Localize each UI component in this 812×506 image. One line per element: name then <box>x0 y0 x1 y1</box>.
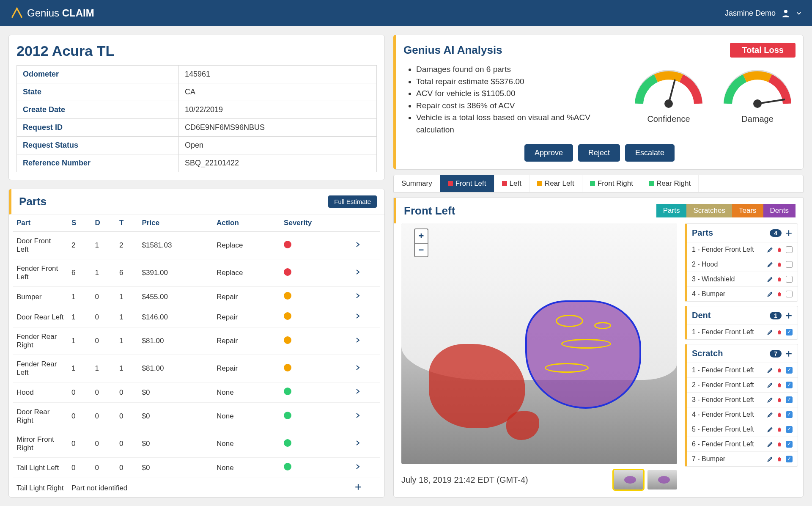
edit-icon[interactable] <box>767 247 773 253</box>
annotation-row: 6 - Fender Front Left <box>687 437 798 451</box>
view-tab[interactable]: Front Right <box>582 175 641 192</box>
view-tab[interactable]: Rear Right <box>641 175 699 192</box>
part-t: 0 <box>116 403 139 430</box>
parts-table: Part S D T Price Action Severity Door Fr… <box>13 214 380 498</box>
plus-icon <box>354 483 362 491</box>
expand-row[interactable] <box>351 327 380 355</box>
edit-icon[interactable] <box>767 441 773 447</box>
analysis-card: Genius AI Analysis Total Loss Damages fo… <box>393 35 804 170</box>
approve-button[interactable]: Approve <box>524 144 573 162</box>
logo-text: Genius CLAIM <box>27 7 94 19</box>
edit-icon[interactable] <box>767 382 773 388</box>
delete-icon[interactable] <box>776 412 782 418</box>
chevron-right-icon <box>354 463 361 470</box>
annotation-label: 4 - Fender Front Left <box>692 411 754 418</box>
plus-icon[interactable] <box>785 350 793 358</box>
tab-label: Rear Left <box>545 179 574 188</box>
delete-icon[interactable] <box>776 456 782 462</box>
edit-icon[interactable] <box>767 367 773 373</box>
visibility-checkbox[interactable] <box>786 291 793 297</box>
thumbnail[interactable] <box>647 470 677 490</box>
annotation-row: 2 - Fender Front Left <box>687 377 798 392</box>
part-name: Bumper <box>13 287 68 307</box>
overlay-tab-parts[interactable]: Parts <box>656 204 687 217</box>
view-tab[interactable]: Rear Left <box>529 175 582 192</box>
visibility-checkbox[interactable] <box>786 456 793 462</box>
escalate-button[interactable]: Escalate <box>625 144 675 162</box>
expand-row[interactable] <box>351 430 380 458</box>
overlay-tab-tears[interactable]: Tears <box>732 204 763 217</box>
delete-icon[interactable] <box>776 329 782 335</box>
analysis-bullet: Repair cost is 386% of ACV <box>416 100 622 112</box>
expand-row[interactable] <box>351 287 380 307</box>
edit-icon[interactable] <box>767 291 773 297</box>
delete-icon[interactable] <box>776 367 782 373</box>
plus-icon[interactable] <box>785 229 793 237</box>
delete-icon[interactable] <box>776 441 782 447</box>
delete-icon[interactable] <box>776 426 782 432</box>
part-d: 1 <box>92 355 116 382</box>
visibility-checkbox[interactable] <box>786 396 793 403</box>
delete-icon[interactable] <box>776 261 782 267</box>
part-name: Tail Light Left <box>13 458 68 478</box>
visibility-checkbox[interactable] <box>786 261 793 268</box>
delete-icon[interactable] <box>776 291 782 297</box>
logo-icon <box>10 6 24 20</box>
part-d: 0 <box>92 307 116 327</box>
expand-row[interactable] <box>351 259 380 287</box>
overlay-tab-dents[interactable]: Dents <box>763 204 796 217</box>
vehicle-title: 2012 Acura TL <box>16 43 377 59</box>
add-part[interactable] <box>351 478 380 498</box>
annotation-row: 5 - Fender Front Left <box>687 422 798 437</box>
damage-overlay-dent <box>525 300 641 409</box>
edit-icon[interactable] <box>767 397 773 403</box>
expand-row[interactable] <box>351 355 380 382</box>
visibility-checkbox[interactable] <box>786 246 793 253</box>
view-tab[interactable]: Left <box>494 175 529 192</box>
user-menu[interactable]: Jasmine Demo <box>725 8 802 18</box>
full-estimate-button[interactable]: Full Estimate <box>328 195 377 208</box>
zoom-out-button[interactable]: − <box>414 243 428 257</box>
user-icon <box>781 8 791 18</box>
expand-row[interactable] <box>351 458 380 478</box>
delete-icon[interactable] <box>776 276 782 282</box>
plus-icon[interactable] <box>785 312 793 319</box>
edit-icon[interactable] <box>767 261 773 267</box>
expand-row[interactable] <box>351 232 380 259</box>
expand-row[interactable] <box>351 307 380 327</box>
annotation-row: 1 - Fender Front Left <box>687 242 798 257</box>
view-tab[interactable]: Front Left <box>440 175 494 192</box>
edit-icon[interactable] <box>767 276 773 282</box>
table-row: Mirror Front Right 0 0 0 $0 None <box>13 430 380 458</box>
zoom-in-button[interactable]: + <box>414 228 428 243</box>
visibility-checkbox[interactable] <box>786 441 793 448</box>
visibility-checkbox[interactable] <box>786 426 793 433</box>
edit-icon[interactable] <box>767 412 773 418</box>
thumbnail[interactable] <box>614 470 643 490</box>
part-severity <box>280 259 351 287</box>
annotation-row: 4 - Fender Front Left <box>687 407 798 422</box>
delete-icon[interactable] <box>776 247 782 253</box>
edit-icon[interactable] <box>767 426 773 432</box>
part-severity <box>280 327 351 355</box>
delete-icon[interactable] <box>776 397 782 403</box>
edit-icon[interactable] <box>767 456 773 462</box>
edit-icon[interactable] <box>767 329 773 335</box>
visibility-checkbox[interactable] <box>786 367 793 374</box>
info-label: Create Date <box>17 101 179 119</box>
expand-row[interactable] <box>351 403 380 430</box>
visibility-checkbox[interactable] <box>786 382 793 388</box>
annotation-row: 7 - Bumper <box>687 451 798 466</box>
tab-label: Left <box>510 179 521 188</box>
delete-icon[interactable] <box>776 382 782 388</box>
view-tab[interactable]: Summary <box>394 175 440 192</box>
visibility-checkbox[interactable] <box>786 276 793 283</box>
reject-button[interactable]: Reject <box>578 144 620 162</box>
damage-image[interactable]: + − <box>401 223 677 464</box>
expand-row[interactable] <box>351 382 380 403</box>
overlay-tab-scratches[interactable]: Scratches <box>686 204 732 217</box>
visibility-checkbox[interactable] <box>786 329 793 336</box>
part-name: Door Front Left <box>13 232 68 259</box>
part-s: 0 <box>68 403 92 430</box>
visibility-checkbox[interactable] <box>786 411 793 418</box>
